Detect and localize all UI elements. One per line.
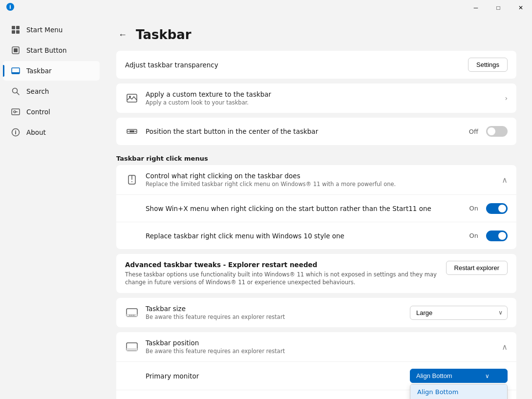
- svg-rect-32: [127, 348, 137, 351]
- svg-point-18: [129, 96, 131, 98]
- back-button[interactable]: ←: [116, 28, 129, 42]
- winx-row: Show Win+X menu when right clicking on t…: [116, 194, 516, 222]
- winx-text: Show Win+X menu when right clicking on t…: [125, 205, 463, 212]
- taskbar-size-action: Small Medium Large Extra Large ∨: [410, 306, 508, 320]
- custom-texture-card: Apply a custom texture to the taskbar Ap…: [116, 84, 516, 113]
- sidebar-item-start-menu[interactable]: Start Menu: [3, 20, 100, 40]
- page-title: Taskbar: [136, 27, 192, 42]
- minimize-button[interactable]: ─: [465, 0, 487, 16]
- sidebar-label-taskbar: Taskbar: [26, 67, 52, 75]
- taskbar-position-header-row[interactable]: Taskbar position Be aware this feature r…: [116, 332, 516, 361]
- svg-text:i: i: [15, 130, 16, 135]
- sidebar-item-start-button[interactable]: Start Button: [3, 41, 100, 60]
- start-center-thumb: [488, 127, 495, 135]
- primary-monitor-chevron-icon: ∨: [485, 373, 489, 379]
- sidebar-item-taskbar[interactable]: Taskbar: [3, 61, 100, 81]
- custom-texture-chevron: ›: [505, 94, 508, 102]
- start-button-icon: [11, 45, 21, 55]
- sidebar-item-about[interactable]: i About: [3, 123, 100, 142]
- taskbar-position-card: Taskbar position Be aware this feature r…: [116, 332, 516, 399]
- sidebar-item-search[interactable]: Search: [3, 82, 100, 101]
- taskbar-size-row: Taskbar size Be aware this feature requi…: [116, 298, 516, 327]
- titlebar: i ─ □ ✕: [0, 0, 532, 16]
- content-scroll[interactable]: Adjust taskbar transparency Settings: [116, 51, 518, 399]
- taskbar-size-desc: Be aware this feature requires an explor…: [146, 314, 403, 320]
- taskbar-size-select[interactable]: Small Medium Large Extra Large: [410, 306, 508, 320]
- taskbar-position-title: Taskbar position: [146, 339, 495, 347]
- custom-texture-action: ›: [505, 94, 508, 102]
- transparency-row: Adjust taskbar transparency Settings: [116, 51, 516, 79]
- svg-point-25: [131, 181, 132, 182]
- taskbar-icon: [11, 66, 21, 76]
- taskbar-size-select-wrapper: Small Medium Large Extra Large ∨: [410, 306, 508, 320]
- taskbar-position-action: ∧: [502, 342, 508, 352]
- svg-rect-2: [12, 26, 15, 29]
- svg-text:i: i: [9, 4, 11, 10]
- content-header: ← Taskbar: [116, 27, 518, 42]
- win10-style-toggle-label: On: [469, 232, 478, 239]
- advanced-desc: These taskbar options use functionality …: [125, 271, 439, 286]
- search-icon: [11, 86, 21, 96]
- advanced-texts: Advanced taskbar tweaks - Explorer resta…: [125, 261, 439, 286]
- start-center-row: Position the start button in the center …: [116, 118, 516, 145]
- svg-point-28: [129, 315, 130, 316]
- custom-texture-row[interactable]: Apply a custom texture to the taskbar Ap…: [116, 84, 516, 113]
- titlebar-controls: ─ □ ✕: [465, 0, 532, 16]
- primary-monitor-row: Primary monitor Align Bottom ∨ Align Bot…: [116, 361, 516, 390]
- right-click-icon: [125, 173, 139, 187]
- restart-explorer-button[interactable]: Restart explorer: [446, 261, 508, 275]
- win10-style-toggle[interactable]: [486, 231, 508, 241]
- start-center-toggle-label: Off: [469, 128, 478, 135]
- primary-monitor-selected: Align Bottom: [416, 372, 452, 379]
- primary-monitor-text: Primary monitor: [125, 372, 403, 380]
- right-click-action: ∧: [502, 175, 508, 185]
- taskbar-size-text: Taskbar size Be aware this feature requi…: [146, 305, 403, 320]
- taskbar-position-desc: Be aware this feature requires an explor…: [146, 348, 495, 355]
- dropdown-item-align-bottom[interactable]: Align Bottom: [410, 384, 507, 399]
- start-center-icon: [125, 125, 139, 138]
- right-click-collapse-icon[interactable]: ∧: [502, 175, 508, 185]
- svg-rect-7: [14, 48, 18, 52]
- advanced-title: Advanced taskbar tweaks - Explorer resta…: [125, 261, 439, 269]
- start-center-toggle[interactable]: [486, 126, 508, 137]
- right-click-desc: Replace the limited taskbar right click …: [146, 181, 495, 188]
- right-click-text: Control what right clicking on the taskb…: [146, 172, 495, 188]
- custom-texture-desc: Apply a custom look to your taskbar.: [146, 99, 498, 106]
- custom-texture-text: Apply a custom texture to the taskbar Ap…: [146, 90, 498, 106]
- primary-monitor-dropdown-button[interactable]: Align Bottom ∨: [410, 369, 508, 383]
- sidebar-label-control: Control: [26, 108, 50, 116]
- svg-point-30: [133, 315, 134, 316]
- transparency-action: Settings: [468, 58, 508, 72]
- taskbar-position-collapse-icon[interactable]: ∧: [502, 342, 508, 352]
- maximize-button[interactable]: □: [487, 0, 510, 16]
- win10-style-text: Replace taskbar right click menu with Wi…: [125, 232, 463, 240]
- right-click-card: Control what right clicking on the taskb…: [116, 165, 516, 249]
- start-center-text: Position the start button in the center …: [146, 127, 462, 135]
- content-area: ← Taskbar Adjust taskbar transparency Se…: [103, 16, 532, 399]
- winx-thumb: [498, 205, 506, 212]
- taskbar-position-icon: [125, 340, 139, 354]
- right-click-header-row[interactable]: Control what right clicking on the taskb…: [116, 165, 516, 194]
- right-click-title: Control what right clicking on the taskb…: [146, 172, 495, 180]
- custom-texture-title: Apply a custom texture to the taskbar: [146, 90, 498, 98]
- win10-style-action: On: [469, 231, 508, 241]
- sidebar-item-control[interactable]: Control: [3, 102, 100, 122]
- sidebar-label-start-button: Start Button: [26, 46, 67, 54]
- taskbar-position-text: Taskbar position Be aware this feature r…: [146, 339, 495, 355]
- close-button[interactable]: ✕: [510, 0, 532, 16]
- about-icon: i: [11, 127, 21, 137]
- win10-style-title: Replace taskbar right click menu with Wi…: [146, 232, 463, 240]
- svg-rect-5: [16, 30, 20, 34]
- start-menu-icon: [11, 25, 21, 35]
- transparency-settings-button[interactable]: Settings: [468, 58, 508, 72]
- sidebar-label-about: About: [26, 128, 46, 136]
- taskbar-size-title: Taskbar size: [146, 305, 403, 313]
- winx-toggle[interactable]: [486, 203, 508, 214]
- svg-point-14: [14, 111, 16, 113]
- winx-toggle-label: On: [469, 205, 478, 212]
- primary-monitor-dropdown-menu: Align Bottom Align Top: [410, 384, 508, 399]
- win10-style-row: Replace taskbar right click menu with Wi…: [116, 222, 516, 249]
- svg-point-29: [131, 315, 132, 316]
- start-center-title: Position the start button in the center …: [146, 127, 462, 135]
- taskbar-size-card: Taskbar size Be aware this feature requi…: [116, 298, 516, 327]
